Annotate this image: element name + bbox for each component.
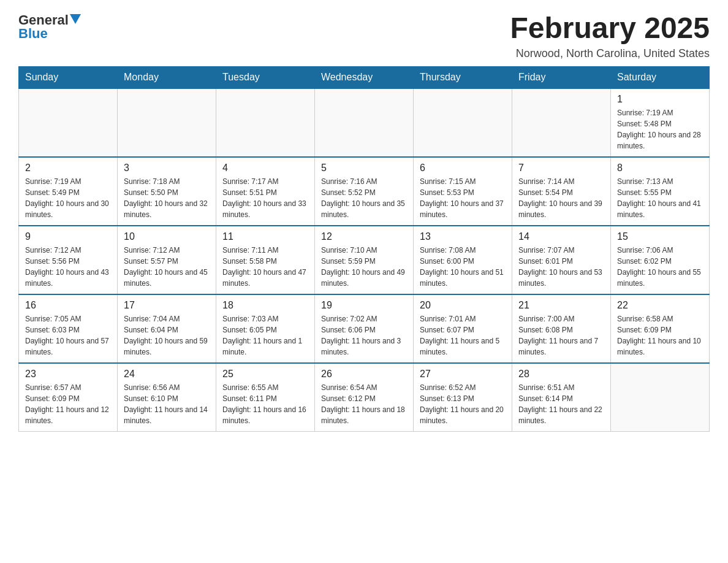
- day-info: Sunrise: 7:17 AMSunset: 5:51 PMDaylight:…: [222, 176, 308, 220]
- day-info: Sunrise: 7:19 AMSunset: 5:48 PMDaylight:…: [617, 107, 703, 151]
- calendar-cell: 23Sunrise: 6:57 AMSunset: 6:09 PMDayligh…: [19, 363, 118, 432]
- svg-marker-0: [70, 14, 81, 24]
- day-info: Sunrise: 7:07 AMSunset: 6:01 PMDaylight:…: [518, 245, 604, 289]
- day-headers-row: SundayMondayTuesdayWednesdayThursdayFrid…: [19, 66, 710, 88]
- day-header-sunday: Sunday: [19, 66, 118, 88]
- calendar-cell: 9Sunrise: 7:12 AMSunset: 5:56 PMDaylight…: [19, 226, 118, 294]
- day-number: 19: [321, 300, 407, 311]
- calendar-cell: 24Sunrise: 6:56 AMSunset: 6:10 PMDayligh…: [118, 363, 216, 432]
- day-number: 24: [124, 369, 210, 380]
- calendar-cell: 19Sunrise: 7:02 AMSunset: 6:06 PMDayligh…: [315, 294, 414, 363]
- day-number: 25: [222, 369, 308, 380]
- day-header-saturday: Saturday: [611, 66, 710, 88]
- page-header: General Blue February 2025 Norwood, Nort…: [18, 12, 710, 60]
- day-number: 2: [25, 163, 111, 174]
- day-info: Sunrise: 7:13 AMSunset: 5:55 PMDaylight:…: [617, 176, 703, 220]
- calendar-cell: 17Sunrise: 7:04 AMSunset: 6:04 PMDayligh…: [118, 294, 216, 363]
- day-number: 5: [321, 163, 407, 174]
- day-number: 12: [321, 231, 407, 242]
- calendar-week-4: 16Sunrise: 7:05 AMSunset: 6:03 PMDayligh…: [19, 294, 710, 363]
- day-info: Sunrise: 7:12 AMSunset: 5:57 PMDaylight:…: [124, 245, 210, 289]
- calendar-cell: 18Sunrise: 7:03 AMSunset: 6:05 PMDayligh…: [216, 294, 315, 363]
- calendar-cell: 7Sunrise: 7:14 AMSunset: 5:54 PMDaylight…: [512, 157, 611, 226]
- day-number: 26: [321, 369, 407, 380]
- day-number: 21: [518, 300, 604, 311]
- day-info: Sunrise: 6:52 AMSunset: 6:13 PMDaylight:…: [420, 382, 506, 426]
- day-number: 27: [420, 369, 506, 380]
- calendar-cell: 21Sunrise: 7:00 AMSunset: 6:08 PMDayligh…: [512, 294, 611, 363]
- day-number: 23: [25, 369, 111, 380]
- calendar-cell: 26Sunrise: 6:54 AMSunset: 6:12 PMDayligh…: [315, 363, 414, 432]
- calendar-cell: 6Sunrise: 7:15 AMSunset: 5:53 PMDaylight…: [414, 157, 512, 226]
- day-info: Sunrise: 7:11 AMSunset: 5:58 PMDaylight:…: [222, 245, 308, 289]
- day-number: 28: [518, 369, 604, 380]
- calendar-cell: 3Sunrise: 7:18 AMSunset: 5:50 PMDaylight…: [118, 157, 216, 226]
- day-info: Sunrise: 7:10 AMSunset: 5:59 PMDaylight:…: [321, 245, 407, 289]
- day-number: 10: [124, 231, 210, 242]
- day-info: Sunrise: 7:06 AMSunset: 6:02 PMDaylight:…: [617, 245, 703, 289]
- day-info: Sunrise: 7:15 AMSunset: 5:53 PMDaylight:…: [420, 176, 506, 220]
- day-number: 9: [25, 231, 111, 242]
- calendar-cell: [216, 88, 315, 157]
- day-header-friday: Friday: [512, 66, 611, 88]
- day-info: Sunrise: 6:51 AMSunset: 6:14 PMDaylight:…: [518, 382, 604, 426]
- calendar-cell: 20Sunrise: 7:01 AMSunset: 6:07 PMDayligh…: [414, 294, 512, 363]
- calendar-cell: 1Sunrise: 7:19 AMSunset: 5:48 PMDaylight…: [611, 88, 710, 157]
- calendar-cell: [611, 363, 710, 432]
- day-info: Sunrise: 7:19 AMSunset: 5:49 PMDaylight:…: [25, 176, 111, 220]
- day-info: Sunrise: 7:05 AMSunset: 6:03 PMDaylight:…: [25, 313, 111, 358]
- calendar-week-2: 2Sunrise: 7:19 AMSunset: 5:49 PMDaylight…: [19, 157, 710, 226]
- day-header-monday: Monday: [118, 66, 216, 88]
- calendar-cell: [118, 88, 216, 157]
- location: Norwood, North Carolina, United States: [510, 47, 710, 60]
- day-number: 22: [617, 300, 703, 311]
- calendar-cell: 22Sunrise: 6:58 AMSunset: 6:09 PMDayligh…: [611, 294, 710, 363]
- day-number: 18: [222, 300, 308, 311]
- calendar-cell: 11Sunrise: 7:11 AMSunset: 5:58 PMDayligh…: [216, 226, 315, 294]
- calendar-cell: [414, 88, 512, 157]
- day-info: Sunrise: 7:14 AMSunset: 5:54 PMDaylight:…: [518, 176, 604, 220]
- day-header-tuesday: Tuesday: [216, 66, 315, 88]
- day-info: Sunrise: 6:57 AMSunset: 6:09 PMDaylight:…: [25, 382, 111, 426]
- calendar-cell: [315, 88, 414, 157]
- day-info: Sunrise: 7:08 AMSunset: 6:00 PMDaylight:…: [420, 245, 506, 289]
- day-number: 4: [222, 163, 308, 174]
- day-number: 1: [617, 94, 703, 105]
- calendar-cell: 14Sunrise: 7:07 AMSunset: 6:01 PMDayligh…: [512, 226, 611, 294]
- calendar-cell: 25Sunrise: 6:55 AMSunset: 6:11 PMDayligh…: [216, 363, 315, 432]
- day-number: 6: [420, 163, 506, 174]
- day-number: 7: [518, 163, 604, 174]
- logo-triangle-icon: [70, 14, 81, 25]
- calendar-cell: 15Sunrise: 7:06 AMSunset: 6:02 PMDayligh…: [611, 226, 710, 294]
- calendar-cell: 28Sunrise: 6:51 AMSunset: 6:14 PMDayligh…: [512, 363, 611, 432]
- calendar-week-5: 23Sunrise: 6:57 AMSunset: 6:09 PMDayligh…: [19, 363, 710, 432]
- day-header-wednesday: Wednesday: [315, 66, 414, 88]
- calendar-cell: 4Sunrise: 7:17 AMSunset: 5:51 PMDaylight…: [216, 157, 315, 226]
- calendar-cell: 2Sunrise: 7:19 AMSunset: 5:49 PMDaylight…: [19, 157, 118, 226]
- day-number: 3: [124, 163, 210, 174]
- calendar-cell: 16Sunrise: 7:05 AMSunset: 6:03 PMDayligh…: [19, 294, 118, 363]
- calendar-cell: 27Sunrise: 6:52 AMSunset: 6:13 PMDayligh…: [414, 363, 512, 432]
- day-number: 8: [617, 163, 703, 174]
- day-number: 15: [617, 231, 703, 242]
- calendar-cell: 13Sunrise: 7:08 AMSunset: 6:00 PMDayligh…: [414, 226, 512, 294]
- calendar-table: SundayMondayTuesdayWednesdayThursdayFrid…: [18, 66, 710, 432]
- day-info: Sunrise: 7:00 AMSunset: 6:08 PMDaylight:…: [518, 313, 604, 358]
- calendar-cell: 12Sunrise: 7:10 AMSunset: 5:59 PMDayligh…: [315, 226, 414, 294]
- day-info: Sunrise: 6:55 AMSunset: 6:11 PMDaylight:…: [222, 382, 308, 426]
- day-info: Sunrise: 7:02 AMSunset: 6:06 PMDaylight:…: [321, 313, 407, 358]
- day-number: 16: [25, 300, 111, 311]
- logo: General Blue: [18, 12, 81, 42]
- day-info: Sunrise: 6:54 AMSunset: 6:12 PMDaylight:…: [321, 382, 407, 426]
- day-info: Sunrise: 7:01 AMSunset: 6:07 PMDaylight:…: [420, 313, 506, 358]
- calendar-week-1: 1Sunrise: 7:19 AMSunset: 5:48 PMDaylight…: [19, 88, 710, 157]
- day-info: Sunrise: 7:16 AMSunset: 5:52 PMDaylight:…: [321, 176, 407, 220]
- calendar-cell: [512, 88, 611, 157]
- day-info: Sunrise: 6:58 AMSunset: 6:09 PMDaylight:…: [617, 313, 703, 358]
- logo-blue: Blue: [18, 26, 48, 42]
- day-info: Sunrise: 7:12 AMSunset: 5:56 PMDaylight:…: [25, 245, 111, 289]
- day-number: 13: [420, 231, 506, 242]
- day-number: 17: [124, 300, 210, 311]
- calendar-week-3: 9Sunrise: 7:12 AMSunset: 5:56 PMDaylight…: [19, 226, 710, 294]
- day-number: 20: [420, 300, 506, 311]
